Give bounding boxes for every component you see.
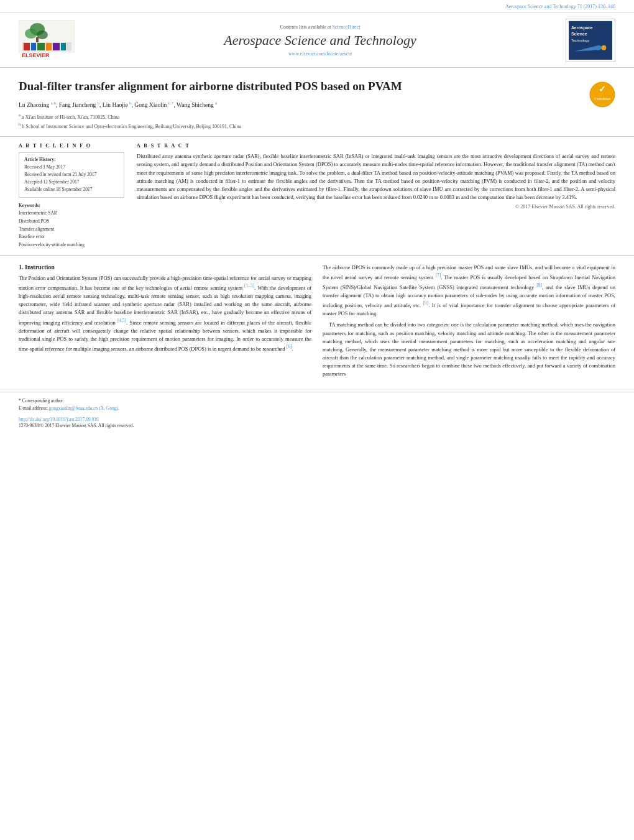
abstract-col: A B S T R A C T Distributed array antenn… [137, 143, 615, 249]
email-label: E-mail address: [19, 405, 48, 411]
keyword-3: Transfer alignment [19, 226, 124, 234]
journal-logo-box: Aerospace Science Technology [566, 19, 615, 62]
elsevier-logo: ELSEVIER [19, 20, 75, 62]
article-title-section: Dual-filter transfer alignment for airbo… [0, 68, 634, 136]
journal-citation: Aerospace Science and Technology 71 (201… [505, 4, 615, 9]
body-left-text: The Position and Orientation System (POS… [19, 274, 311, 353]
affiliations: a a Xi'an Institute of Hi-tech, Xi'an, 7… [19, 112, 583, 130]
svg-point-2 [25, 29, 37, 39]
sciencedirect-line: Contents lists available at ScienceDirec… [87, 24, 553, 30]
svg-text:Science: Science [571, 32, 587, 36]
section1-title: 1. Instruction [19, 264, 311, 270]
body-right-text: The airborne DPOS is commonly made up of… [323, 264, 615, 379]
body-section: 1. Instruction The Position and Orientat… [0, 256, 634, 388]
email-value[interactable]: gongxiaolin@buaa.edu.cn (X. Gong). [49, 405, 119, 411]
svg-text:✓: ✓ [599, 84, 606, 94]
right-para-1: The airborne DPOS is commonly made up of… [323, 264, 615, 318]
svg-text:CrossMark: CrossMark [594, 97, 611, 101]
journal-url[interactable]: www.elsevier.com/locate/aescte [87, 51, 553, 57]
abstract-text: Distributed array antenna synthetic aper… [137, 152, 615, 201]
svg-text:Aerospace: Aerospace [571, 26, 593, 31]
copyright: © 2017 Elsevier Masson SAS. All rights r… [137, 204, 615, 210]
keyword-4: Baseline error [19, 233, 124, 241]
header-area: ELSEVIER Contents lists available at Sci… [0, 12, 634, 68]
svg-text:Technology: Technology [571, 39, 590, 42]
affil-b: b School of Instrument Science and Opto-… [22, 123, 241, 129]
authors-line: Lu Zhaoxing a,b, Fang Jiancheng b, Liu H… [19, 101, 583, 108]
svg-rect-10 [53, 43, 60, 50]
svg-rect-6 [24, 43, 30, 50]
right-para-2: TA matching method can be divided into t… [323, 321, 615, 378]
keyword-1: Interferometric SAR [19, 210, 124, 218]
journal-title: Aerospace Science and Technology [87, 32, 553, 48]
section1-number: 1. [19, 264, 24, 270]
svg-rect-9 [46, 43, 52, 50]
keywords-label: Keywords: [19, 203, 124, 208]
issn-text: 1270-9638/© 2017 Elsevier Masson SAS. Al… [19, 423, 134, 428]
page: Aerospace Science and Technology 71 (201… [0, 0, 634, 840]
doi-link[interactable]: http://dx.doi.org/10.1016/j.ast.2017.09.… [19, 417, 99, 422]
received-date: Received 3 May 2017 [24, 164, 119, 171]
two-col-section: A R T I C L E I N F O Article History: R… [0, 136, 634, 256]
body-left-col: 1. Instruction The Position and Orientat… [19, 264, 311, 382]
abstract-heading: A B S T R A C T [137, 143, 615, 149]
keywords-section: Keywords: Interferometric SAR Distribute… [19, 203, 124, 249]
sciencedirect-label: Contents lists available at [280, 24, 331, 30]
svg-point-17 [602, 45, 607, 50]
section1-label: Instruction [25, 264, 55, 270]
svg-rect-11 [61, 43, 66, 50]
sciencedirect-link[interactable]: ScienceDirect [333, 24, 361, 30]
issn-line: 1270-9638/© 2017 Elsevier Masson SAS. Al… [19, 422, 615, 430]
footnote-email: E-mail address: gongxiaolin@buaa.edu.cn … [19, 405, 615, 412]
body-right-col: The airborne DPOS is commonly made up of… [323, 264, 615, 382]
left-para-1: The Position and Orientation System (POS… [19, 274, 311, 353]
article-title: Dual-filter transfer alignment for airbo… [19, 79, 583, 95]
svg-rect-8 [37, 43, 45, 50]
revised-date: Received in revised form 21 July 2017 [24, 171, 119, 178]
svg-text:ELSEVIER: ELSEVIER [22, 52, 50, 58]
corresponding-label: * Corresponding author. [19, 398, 64, 404]
history-label: Article History: [24, 157, 119, 162]
header-center: Contents lists available at ScienceDirec… [87, 24, 553, 57]
article-title-text: Dual-filter transfer alignment for airbo… [19, 79, 583, 130]
footnote-corresponding: * Corresponding author. [19, 397, 615, 405]
accepted-date: Accepted 12 September 2017 [24, 178, 119, 186]
journal-bar: Aerospace Science and Technology 71 (201… [0, 0, 634, 12]
keyword-2: Distributed POS [19, 218, 124, 226]
keyword-5: Position-velocity-attitude matching [19, 241, 124, 249]
article-info-heading: A R T I C L E I N F O [19, 143, 124, 149]
article-info-box: Article History: Received 3 May 2017 Rec… [19, 152, 124, 198]
footer-section: * Corresponding author. E-mail address: … [0, 392, 634, 433]
crossmark-badge: ✓ CrossMark [589, 81, 615, 108]
affil-a: a Xi'an Institute of Hi-tech, Xi'an, 710… [22, 114, 120, 120]
article-info-col: A R T I C L E I N F O Article History: R… [19, 143, 124, 249]
online-date: Available online 18 September 2017 [24, 186, 119, 193]
svg-rect-7 [31, 43, 36, 50]
